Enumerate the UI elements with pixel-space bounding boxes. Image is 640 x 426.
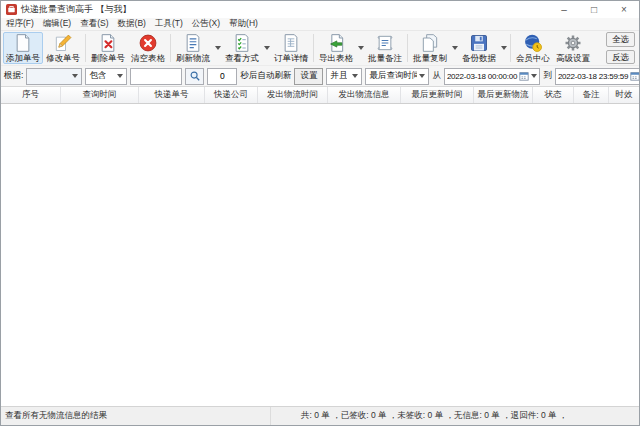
- chevron-down-icon: [419, 74, 425, 81]
- menu-bar: 程序(F) 编辑(E) 查看(S) 数据(B) 工具(T) 公告(X) 帮助(H…: [1, 18, 639, 31]
- app-logo-icon: [6, 4, 17, 15]
- toolbar-separator: [170, 34, 171, 62]
- title-bar: 快递批量查询高手 【与我】 – □ ×: [1, 1, 639, 18]
- select-all-button[interactable]: 全选: [606, 32, 635, 47]
- order-detail-icon: [281, 33, 301, 53]
- status-message: 查看所有无物流信息的结果: [1, 407, 271, 425]
- refresh-dropdown-arrow[interactable]: [213, 33, 222, 63]
- column-header-status[interactable]: 状态: [533, 87, 574, 103]
- app-window: 快递批量查询高手 【与我】 – □ × 程序(F) 编辑(E) 查看(S) 数据…: [0, 0, 640, 426]
- logic-operator-combobox[interactable]: 并且: [326, 68, 362, 85]
- clear-table-button[interactable]: 清空表格: [128, 32, 168, 64]
- match-mode-combobox[interactable]: 包含: [85, 68, 127, 85]
- export-table-icon: [326, 33, 346, 53]
- delete-number-button[interactable]: 删除单号: [88, 32, 128, 64]
- chevron-down-icon: [352, 74, 358, 81]
- page-add-icon: [13, 33, 33, 53]
- keyword-search-button[interactable]: [185, 68, 204, 85]
- column-header-sent-info[interactable]: 发出物流信息: [328, 87, 401, 103]
- column-header-query-time[interactable]: 查询时间: [61, 87, 139, 103]
- view-mode-button[interactable]: 查看方式: [222, 32, 262, 64]
- chevron-down-icon: [452, 46, 458, 53]
- from-label: 从: [432, 70, 441, 82]
- chevron-down-icon: [117, 74, 123, 81]
- calendar-icon: [519, 71, 529, 81]
- menu-data[interactable]: 数据(B): [118, 18, 146, 30]
- settings-button[interactable]: 设置: [294, 68, 323, 85]
- filter-field-combobox[interactable]: [26, 68, 82, 85]
- chevron-down-icon: [264, 46, 270, 53]
- toolbar-separator: [510, 34, 511, 62]
- column-header-seq[interactable]: 序号: [1, 87, 61, 103]
- menu-program[interactable]: 程序(F): [6, 18, 34, 30]
- magnifier-icon: [189, 70, 201, 82]
- copy-dropdown-arrow[interactable]: [450, 33, 459, 63]
- menu-tools[interactable]: 工具(T): [155, 18, 183, 30]
- chevron-down-icon: [501, 46, 507, 53]
- filter-bar: 根据: 包含 秒后自动刷新 设置 并且 最后查询时间 从: [1, 65, 639, 87]
- toolbar-separator: [85, 34, 86, 62]
- chevron-down-icon: [358, 46, 364, 53]
- batch-copy-button[interactable]: 批量复制: [410, 32, 450, 64]
- view-mode-dropdown-arrow[interactable]: [262, 33, 271, 63]
- export-dropdown-arrow[interactable]: [356, 33, 365, 63]
- auto-refresh-label: 秒后自动刷新: [240, 70, 291, 82]
- toolbar-separator: [407, 34, 408, 62]
- page-delete-icon: [98, 33, 118, 53]
- table-body-empty: [1, 104, 639, 406]
- backup-data-button[interactable]: 备份数据: [459, 32, 499, 64]
- export-table-button[interactable]: 导出表格: [316, 32, 356, 64]
- window-controls: – □ ×: [549, 1, 639, 18]
- refresh-logistics-button[interactable]: 刷新物流: [173, 32, 213, 64]
- menu-announcement[interactable]: 公告(X): [192, 18, 220, 30]
- results-table: 序号 查询时间 快递单号 快递公司 发出物流时间 发出物流信息 最后更新时间 最…: [1, 87, 639, 406]
- according-label: 根据:: [4, 70, 23, 82]
- refresh-list-icon: [183, 33, 203, 53]
- column-header-courier-company[interactable]: 快递公司: [205, 87, 258, 103]
- pencil-edit-icon: [53, 33, 73, 53]
- clear-circle-icon: [138, 33, 158, 53]
- column-header-tracking-number[interactable]: 快递单号: [139, 87, 205, 103]
- invert-select-button[interactable]: 反选: [606, 50, 635, 65]
- to-label: 到: [543, 70, 552, 82]
- menu-help[interactable]: 帮助(H): [229, 18, 258, 30]
- to-datetime-picker[interactable]: 2022-03-18 23:59:59: [555, 68, 639, 85]
- member-center-icon: [523, 33, 543, 53]
- chevron-down-icon: [72, 74, 78, 81]
- view-mode-icon: [232, 33, 252, 53]
- column-header-last-update-info[interactable]: 最后更新物流: [474, 87, 533, 103]
- column-header-aging[interactable]: 时效: [609, 87, 639, 103]
- column-header-remark[interactable]: 备注: [574, 87, 609, 103]
- toolbar-separator: [313, 34, 314, 62]
- backup-dropdown-arrow[interactable]: [499, 33, 508, 63]
- maximize-button[interactable]: □: [579, 1, 609, 18]
- modify-number-button[interactable]: 修改单号: [43, 32, 83, 64]
- toolbar: 添加单号 修改单号 删除单号: [1, 31, 639, 65]
- batch-copy-icon: [420, 33, 440, 53]
- column-header-sent-time[interactable]: 发出物流时间: [258, 87, 328, 103]
- settings-gear-icon: [563, 33, 583, 53]
- column-header-last-update-time[interactable]: 最后更新时间: [401, 87, 474, 103]
- window-title: 快递批量查询高手 【与我】: [21, 3, 132, 16]
- keyword-input[interactable]: [130, 68, 182, 85]
- time-field-combobox[interactable]: 最后查询时间: [365, 68, 429, 85]
- menu-view[interactable]: 查看(S): [80, 18, 108, 30]
- minimize-button[interactable]: –: [549, 1, 579, 18]
- selection-buttons: 全选 反选: [606, 32, 637, 64]
- status-bar: 查看所有无物流信息的结果 共: 0 单 ，已签收: 0 单 ，未签收: 0 单 …: [1, 406, 639, 425]
- member-center-button[interactable]: 会员中心: [513, 32, 553, 64]
- calendar-icon: [630, 71, 639, 81]
- chevron-down-icon: [215, 46, 221, 53]
- chevron-down-icon: [531, 74, 537, 81]
- menu-edit[interactable]: 编辑(E): [43, 18, 71, 30]
- auto-refresh-seconds-input[interactable]: [207, 68, 237, 85]
- advanced-settings-button[interactable]: 高级设置: [553, 32, 593, 64]
- add-number-button[interactable]: 添加单号: [3, 32, 43, 64]
- from-datetime-picker[interactable]: 2022-03-18 00:00:00: [444, 68, 541, 85]
- table-header-row: 序号 查询时间 快递单号 快递公司 发出物流时间 发出物流信息 最后更新时间 最…: [1, 87, 639, 104]
- batch-note-icon: [375, 33, 395, 53]
- batch-note-button[interactable]: 批量备注: [365, 32, 405, 64]
- backup-floppy-icon: [469, 33, 489, 53]
- close-button[interactable]: ×: [609, 1, 639, 18]
- order-detail-button[interactable]: 订单详情: [271, 32, 311, 64]
